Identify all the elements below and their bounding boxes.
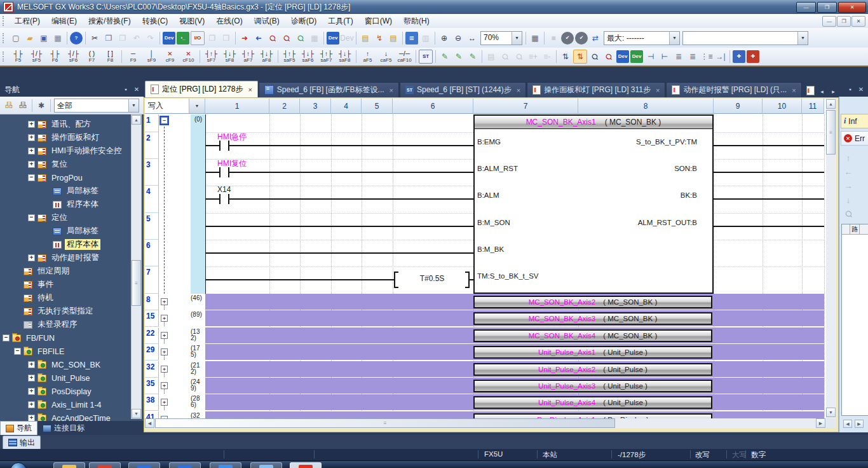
expand-icon[interactable]: + — [161, 315, 168, 322]
collapse-icon[interactable]: − — [161, 117, 168, 124]
expand-icon[interactable]: + — [161, 348, 168, 355]
expand-icon[interactable]: + — [28, 134, 35, 141]
ladder-symbol-sF7[interactable]: ┤↑├sF7 — [203, 49, 220, 64]
intelligent-monitor-icon[interactable]: ❐ — [220, 32, 233, 45]
error-button[interactable]: ✕ Err — [841, 131, 868, 146]
tree-item[interactable]: 待机 — [0, 291, 130, 305]
align-top-icon[interactable]: ≣ — [672, 50, 685, 63]
expand-icon[interactable]: + — [161, 416, 168, 418]
online-change-icon[interactable]: ⇄ — [589, 32, 602, 45]
expand-icon[interactable]: + — [28, 254, 35, 261]
tree-item[interactable]: +Unit_Pulse — [0, 371, 130, 385]
menu-item[interactable]: 窗口(W) — [359, 14, 398, 29]
fb-instance-name[interactable]: MC_SON_BK_Axis3 — [529, 315, 595, 322]
ladder-symbol-saF8[interactable]: ┤↓├saF8 — [336, 49, 353, 64]
ladder-symbol-aF8[interactable]: ┤↓├aF8 — [258, 49, 275, 64]
zoom-out-icon[interactable]: ⊖ — [452, 32, 465, 45]
scrollbar-thumb[interactable]: ≡ — [826, 110, 836, 155]
tree-item[interactable]: 局部标签 — [0, 224, 130, 238]
print-icon[interactable]: ▦ — [51, 32, 64, 45]
collapsed-fb-bar[interactable]: Unit_Pulse_Axis3( Unit_Pulse ) — [473, 380, 712, 392]
fb-instance-name[interactable]: MC_SON_BK_Axis4 — [529, 332, 595, 340]
zoom-in-icon[interactable]: ⊕ — [438, 32, 451, 45]
zoom-combo[interactable]: 70%▼ — [480, 31, 522, 45]
tree-item[interactable]: −FBFILE — [0, 345, 130, 358]
expand-icon[interactable]: + — [161, 382, 168, 389]
document-tab[interactable]: 定位 [PRG] [LD] 1278步× — [145, 81, 258, 97]
mdi-restore-button[interactable]: ❐ — [837, 16, 851, 27]
delete-line-icon[interactable]: ≡- — [541, 50, 553, 63]
write-to-plc-icon[interactable]: ➜ — [238, 32, 251, 45]
tree-item[interactable]: +动作超时报警 — [0, 251, 130, 265]
insert-line-icon[interactable]: ≡+ — [527, 50, 539, 63]
find-note-icon[interactable]: Ϙ — [510, 48, 528, 65]
close-button[interactable]: ✕ — [838, 2, 866, 13]
watch-window-icon[interactable]: ▥ — [405, 32, 418, 45]
menu-item[interactable]: 工具(T) — [322, 14, 358, 29]
collapsed-fb-bar[interactable]: MC_SON_BK_Axis3( MC_SON_BK ) — [473, 312, 712, 325]
device-display-off-icon[interactable]: Dev — [341, 32, 353, 45]
tree-item[interactable]: −定位 — [0, 211, 130, 224]
fb-input-label[interactable]: B:M_BK — [477, 245, 504, 253]
fb-input-label[interactable]: B:ALM — [477, 191, 499, 199]
save-project-icon[interactable]: ▣ — [37, 32, 50, 45]
module-blue-icon[interactable]: ✚ — [733, 50, 745, 63]
tab-close-icon[interactable]: × — [792, 86, 796, 94]
tree-item[interactable]: 程序本体 — [0, 198, 130, 211]
buffer-monitor-icon[interactable]: ❐ — [206, 32, 219, 45]
ladder-symbol-sF9[interactable]: │sF9 — [143, 49, 160, 64]
mdi-minimize-button[interactable]: — — [822, 16, 836, 27]
document-tab[interactable]: 动作超时报警 [PRG] [LD] (只...× — [666, 82, 801, 97]
device-find-green-icon[interactable]: Dev — [630, 50, 643, 63]
find-circuit-red-icon[interactable]: Ϙ — [600, 48, 618, 65]
jump-next-icon[interactable]: → — [842, 179, 855, 192]
edit-statement-icon[interactable]: ✎ — [452, 50, 465, 63]
ladder-symbol-sF5[interactable]: ┤/├sF5 — [28, 49, 45, 64]
navigation-scrollbar[interactable]: ▲≡▼ — [131, 114, 142, 419]
menu-item[interactable]: 在线(O) — [210, 14, 248, 29]
convert-all-icon[interactable]: ✔ — [575, 32, 588, 45]
stop-icon[interactable]: ■ — [547, 32, 560, 45]
minimize-button[interactable]: — — [796, 2, 816, 13]
edit-note-icon[interactable]: ✎ — [466, 50, 479, 63]
fb-input-label[interactable]: B:EMG — [477, 138, 501, 146]
fb-input-label[interactable]: B:ALM_RST — [477, 165, 518, 172]
statement-jump-icon[interactable]: ▤ — [359, 32, 372, 45]
ladder-symbol-cF9[interactable]: ✕cF9 — [161, 49, 179, 64]
close-icon[interactable]: ✕ — [132, 85, 141, 93]
pin-icon[interactable]: ▪ — [121, 85, 130, 93]
note-jump-icon[interactable]: ▤ — [387, 32, 400, 45]
tree-item[interactable]: −FB/FUN — [0, 331, 130, 345]
collapse-icon[interactable]: − — [3, 334, 10, 341]
fb-instance-name[interactable]: Unit_Pulse_Axis1 — [538, 348, 595, 356]
expand-icon[interactable]: + — [28, 415, 35, 421]
ladder-symbol-caF5[interactable]: ↓caF5 — [377, 49, 395, 64]
paste-icon[interactable]: ❐ — [116, 32, 129, 45]
tree-item[interactable]: 程序本体 — [0, 238, 130, 251]
tree-item[interactable]: 事件 — [0, 278, 130, 291]
edit-rung-comment-icon[interactable]: ✎ — [438, 50, 451, 63]
tree-item[interactable]: +PosDisplay — [0, 385, 130, 398]
expand-icon[interactable]: + — [28, 401, 35, 408]
start-button[interactable] — [10, 462, 27, 468]
find-contact-icon[interactable]: Ϙ — [292, 29, 309, 46]
tree-filter-select[interactable]: 全部▼ — [54, 99, 139, 113]
tree-item[interactable]: +通讯、配方 — [0, 118, 130, 131]
contact-label[interactable]: HMI复位 — [217, 158, 247, 169]
navigation-tab[interactable]: 导航 — [0, 421, 37, 435]
ladder-monitor-icon[interactable]: Dev — [163, 32, 175, 45]
collapsed-fb-bar[interactable]: Unit_Pulse_Axis2( Unit_Pulse ) — [473, 363, 712, 376]
menu-item[interactable]: 转换(C) — [137, 14, 174, 29]
scroll-down-icon[interactable]: ▼ — [826, 408, 836, 417]
scroll-left-icon[interactable]: ◀ — [145, 418, 154, 428]
multi-screen-icon[interactable]: ▦ — [529, 32, 541, 45]
gear-icon[interactable]: ✱ — [34, 99, 48, 113]
redo-icon[interactable]: ↷ — [144, 32, 157, 45]
watch-window-off-icon[interactable]: ▥ — [419, 32, 432, 45]
mdi-close-button[interactable]: ✕ — [851, 16, 865, 27]
collapse-icon[interactable]: − — [14, 348, 21, 355]
undo-icon[interactable]: ↶ — [130, 32, 143, 45]
expand-icon[interactable]: + — [161, 332, 168, 339]
taskbar-app-blue3[interactable] — [210, 462, 241, 468]
ladder-symbol-saF6[interactable]: ┤↓├saF6 — [299, 49, 316, 64]
